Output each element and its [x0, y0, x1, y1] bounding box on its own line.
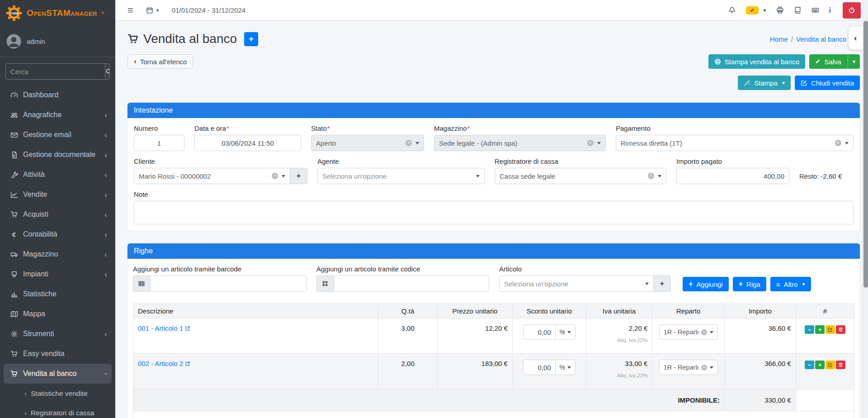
qta-value: 2,00	[378, 354, 438, 390]
logout-power-button[interactable]	[843, 2, 861, 19]
clear-icon[interactable]: ×	[272, 173, 278, 179]
sidebar-item-mappa[interactable]: Mappa	[4, 304, 112, 324]
calendar-picker[interactable]: ▾	[146, 7, 159, 14]
decrease-qty-button[interactable]: −	[805, 325, 814, 334]
sidebar-item-gestione-documentale[interactable]: Gestione documentale ‹	[4, 145, 112, 165]
riga-button[interactable]: + Riga	[733, 277, 766, 291]
sidebar-item-statistiche[interactable]: Statistiche	[4, 284, 112, 304]
delete-row-button[interactable]	[836, 361, 845, 369]
edit-row-button[interactable]	[826, 325, 835, 334]
registratore-select[interactable]: Cassa sede legale ×	[495, 168, 666, 184]
user-panel[interactable]: admin	[0, 26, 115, 57]
articolo-link[interactable]: 002 - Articolo 2	[138, 360, 190, 367]
page-title: Vendita al banco	[143, 32, 237, 46]
sidebar-item-anagrafiche[interactable]: Anagrafiche ‹	[4, 105, 112, 125]
reparto-select[interactable]: 1R - Reparto 1… ×	[659, 324, 718, 340]
magazzino-select[interactable]: Sede legale - (Admin spa) ×	[434, 135, 606, 151]
sidebar-item-vendita-al-banco[interactable]: Vendita al banco ‹	[4, 364, 112, 384]
increase-qty-button[interactable]: +	[815, 325, 825, 334]
sconto-input[interactable]	[523, 324, 556, 340]
sidebar-item-attivita[interactable]: Attività ‹	[4, 165, 112, 185]
sconto-tipo-dropdown[interactable]: %	[556, 324, 576, 340]
sconto-tipo-dropdown[interactable]: %	[556, 360, 576, 375]
clear-icon[interactable]: ×	[587, 140, 594, 146]
save-dropdown-toggle[interactable]: ▾	[848, 54, 860, 69]
date-range[interactable]: 01/01/2024 - 31/12/2024	[172, 6, 245, 14]
caret-down-icon[interactable]: ▾	[763, 7, 766, 14]
info-icon[interactable]: i	[829, 6, 831, 14]
note-label: Note	[134, 190, 854, 198]
reparto-select[interactable]: 1R - Reparto 1… ×	[659, 360, 718, 375]
sidebar-item-contabilita[interactable]: € Contabilità ‹	[4, 224, 112, 244]
aggiungi-button[interactable]: + Aggiungi	[683, 277, 729, 291]
print-dropdown-button[interactable]: Stampa ▾	[738, 76, 791, 90]
stato-select[interactable]: Aperto ×	[311, 135, 424, 151]
keyboard-icon[interactable]	[811, 6, 819, 14]
importo-pagato-input[interactable]	[676, 168, 789, 184]
increase-qty-button[interactable]: +	[815, 361, 825, 369]
sidebar-item-registratori-di-cassa[interactable]: › Registratori di cassa	[4, 403, 112, 418]
caret-down-icon: ▾	[853, 58, 855, 65]
sidebar-item-vendite[interactable]: Vendite ‹	[4, 185, 112, 204]
barcode-input[interactable]	[150, 276, 307, 292]
sidebar-item-magazzino[interactable]: Magazzino ‹	[4, 244, 112, 264]
sidebar-item-strumenti[interactable]: Strumenti ‹	[4, 324, 112, 344]
breadcrumb-current-link[interactable]: Vendita al banco	[796, 35, 846, 43]
hamburger-menu-icon[interactable]: ≡	[127, 5, 133, 15]
add-articolo-button[interactable]: +	[654, 276, 671, 292]
plus-icon: +	[818, 327, 821, 333]
breadcrumb-home-link[interactable]: Home	[770, 35, 788, 43]
caret-down-icon	[710, 366, 713, 369]
sconto-input[interactable]	[523, 360, 556, 375]
edit-row-button[interactable]	[826, 361, 835, 369]
status-check-badge[interactable]: ✔	[746, 6, 759, 14]
search-icon[interactable]	[105, 64, 110, 79]
codice-input[interactable]	[334, 276, 489, 292]
scrollbar-thumb[interactable]	[863, 21, 868, 288]
clear-icon[interactable]: ×	[701, 365, 707, 370]
sidebar-item-gestione-email[interactable]: Gestione email ‹	[4, 125, 112, 145]
top-navbar: ≡ ▾ 01/01/2024 - 31/12/2024 ✔ ▾ i	[115, 0, 868, 21]
agente-select[interactable]: Seleziona un'opzione	[317, 168, 485, 184]
sidebar-item-easy-vendita[interactable]: Easy vendita	[4, 344, 112, 364]
close-sale-button[interactable]: Chiudi vendita	[795, 76, 860, 90]
main-area: ≡ ▾ 01/01/2024 - 31/12/2024 ✔ ▾ i Vendit…	[115, 0, 868, 418]
check-icon: ✔	[815, 57, 821, 66]
sidebar-item-impianti[interactable]: Impianti ‹	[4, 264, 112, 284]
articolo-link[interactable]: 001 - Articolo 1	[138, 324, 190, 332]
print-sale-button[interactable]: Stampa vendita al banco	[708, 54, 805, 69]
new-record-button[interactable]: +	[244, 32, 258, 46]
altro-button[interactable]: ≡ Altro ▾	[770, 277, 811, 291]
edit-icon	[801, 80, 807, 86]
bell-icon[interactable]	[728, 6, 736, 14]
clear-icon[interactable]: ×	[648, 173, 654, 179]
chevron-right-icon: ›	[24, 409, 27, 417]
users-icon	[8, 111, 20, 119]
right-panel-toggle[interactable]: ‹	[849, 26, 863, 50]
page-scrollbar[interactable]	[863, 0, 868, 418]
decrease-qty-button[interactable]: −	[805, 361, 814, 369]
note-textarea[interactable]	[134, 201, 854, 224]
chevron-left-icon: ‹	[104, 191, 107, 199]
delete-row-button[interactable]	[836, 325, 845, 334]
cliente-select[interactable]: Mario Rossi - 00000002 ×	[134, 168, 290, 184]
book-icon[interactable]	[794, 6, 802, 14]
righe-table: Descrizione Q.tà Prezzo unitario Sconto …	[133, 304, 854, 418]
clear-icon[interactable]: ×	[701, 329, 707, 335]
articolo-select[interactable]: Seleziona un'opzione	[499, 276, 654, 292]
clear-icon[interactable]: ×	[835, 140, 841, 146]
search-input[interactable]	[6, 64, 105, 79]
clear-icon[interactable]: ×	[406, 140, 412, 146]
print-icon[interactable]	[776, 6, 784, 14]
add-cliente-button[interactable]: +	[290, 168, 307, 184]
save-button[interactable]: ✔ Salva ▾	[809, 54, 860, 69]
prezzo-value: 12,20 €	[438, 318, 513, 354]
data-ora-input[interactable]	[194, 135, 301, 151]
pagamento-select[interactable]: Rimessa diretta (1T) ×	[616, 135, 854, 151]
sidebar-item-acquisti[interactable]: Acquisti ‹	[4, 204, 112, 224]
numero-input[interactable]	[134, 135, 184, 151]
sidebar-item-statistiche-vendite[interactable]: › Statistiche vendite	[4, 384, 112, 403]
back-to-list-button[interactable]: ‹ Torna all'elenco	[127, 54, 193, 69]
brand[interactable]: OSM OpenSTAManager ®	[0, 0, 115, 26]
sidebar-item-dashboard[interactable]: Dashboard	[4, 85, 112, 105]
